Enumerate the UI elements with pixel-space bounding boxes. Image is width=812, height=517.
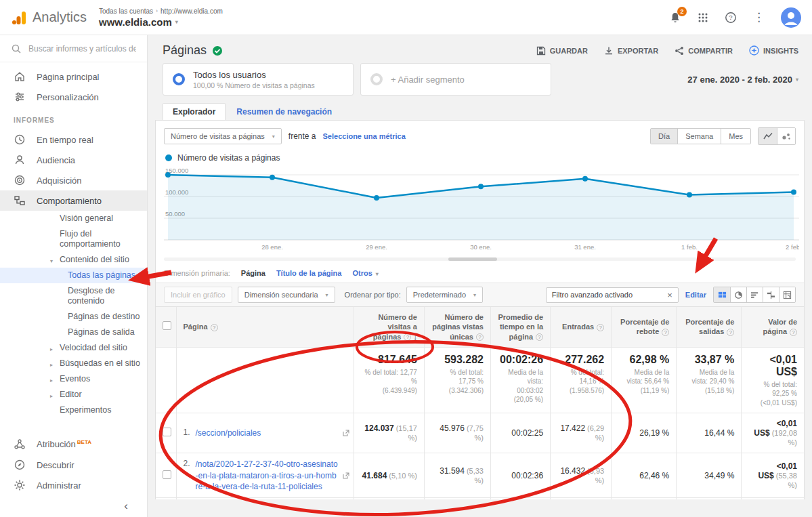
line-chart-toggle-button[interactable]	[758, 128, 777, 144]
notifications-button[interactable]: 2	[669, 12, 681, 24]
close-icon[interactable]: ×	[667, 291, 672, 299]
sidebar-item-flujo-comportamiento[interactable]: Flujo del comportamiento	[0, 226, 147, 252]
customization-icon	[14, 91, 26, 103]
sidebar-item-todas-las-paginas[interactable]: Todas las páginas	[0, 268, 147, 283]
column-header-pagina[interactable]: Página?	[176, 307, 354, 347]
page-link[interactable]: /nota/2020-1-27-2-37-40-otro-asesinato-e…	[196, 459, 339, 492]
help-icon: ?	[404, 333, 411, 341]
person-icon	[14, 154, 26, 166]
save-icon	[536, 46, 546, 56]
edit-filter-link[interactable]: Editar	[685, 291, 706, 299]
column-header-exit[interactable]: Porcentaje de salidas?	[677, 307, 742, 347]
granularity-toggle: Día Semana Mes	[650, 128, 751, 144]
insights-button[interactable]: INSIGHTS	[749, 45, 798, 56]
sidebar-item-eventos[interactable]: ▸ Eventos	[0, 371, 147, 387]
column-header-bounce[interactable]: Porcentaje de rebote?	[612, 307, 677, 347]
sidebar-item-paginas-destino[interactable]: Páginas de destino	[0, 309, 147, 325]
segment-all-users[interactable]: Todos los usuarios 100,00 % Número de vi…	[163, 63, 354, 96]
vs-label: frente a	[289, 131, 316, 141]
sidebar-item-acquisition[interactable]: Adquisición	[0, 170, 147, 190]
column-header-time[interactable]: Promedio de tiempo en la página?	[490, 307, 550, 347]
open-in-new-icon[interactable]	[343, 472, 349, 479]
motion-chart-toggle-button[interactable]	[777, 128, 795, 144]
table-row: 3./nota/2020-1-30-10-45-0-otro-robo-sang…	[156, 497, 804, 499]
report-panel: Número de visitas a páginas ▾ frente a S…	[155, 120, 805, 499]
row-checkbox[interactable]	[163, 428, 171, 436]
help-icon: ?	[211, 324, 218, 331]
insights-icon	[749, 45, 759, 56]
breadcrumb[interactable]: Todas las cuentas › http://www.eldia.com	[99, 7, 223, 15]
pivot-icon	[783, 291, 792, 299]
share-button[interactable]: COMPARTIR	[675, 46, 733, 56]
sort-type-selector[interactable]: Predeterminado ▾	[406, 287, 483, 303]
sidebar-item-attribution[interactable]: AtribuciónBETA	[0, 434, 147, 455]
breadcrumb-account: Todas las cuentas	[99, 7, 153, 15]
sidebar-item-realtime[interactable]: En tiempo real	[0, 129, 147, 150]
select-all-checkbox[interactable]	[163, 321, 171, 330]
sidebar-search[interactable]: Buscar informes y artículos de	[0, 35, 147, 62]
data-view-button[interactable]	[714, 287, 730, 302]
tab-resumen-navegacion[interactable]: Resumen de navegación	[226, 104, 343, 120]
granularity-week-button[interactable]: Semana	[677, 129, 721, 144]
sidebar-item-desglose-contenido[interactable]: Desglose de contenido	[0, 283, 147, 309]
search-icon	[11, 43, 22, 54]
help-button[interactable]: ?	[725, 12, 737, 24]
sidebar-item-contenido-sitio[interactable]: ▾ Contenido del sitio	[0, 252, 147, 268]
property-selector[interactable]: www.eldia.com ▾	[99, 16, 223, 28]
performance-view-button[interactable]	[746, 287, 763, 302]
sidebar-item-paginas-salida[interactable]: Páginas de salida	[0, 325, 147, 340]
comparison-view-button[interactable]	[763, 287, 779, 302]
sidebar-item-velocidad-sitio[interactable]: ▸ Velocidad del sitio	[0, 340, 147, 356]
sidebar-item-customization[interactable]: Personalización	[0, 87, 147, 107]
overflow-menu-button[interactable]: ⋮	[753, 10, 765, 24]
sidebar-collapse-button[interactable]: ‹	[0, 495, 147, 517]
granularity-day-button[interactable]: Día	[651, 129, 677, 144]
chart-scrollbar-handle[interactable]	[448, 257, 497, 261]
sidebar-item-admin[interactable]: Administrar	[0, 475, 147, 495]
sidebar-item-editor[interactable]: ▸ Editor	[0, 387, 147, 402]
tab-explorador[interactable]: Explorador	[163, 103, 226, 120]
tree-expanded-icon: ▾	[50, 256, 53, 266]
help-icon: ?	[476, 333, 484, 341]
dimension-titulo-pagina[interactable]: Título de la página	[276, 269, 342, 277]
chart-scrollbar[interactable]	[164, 257, 796, 261]
informes-section-label: INFORMES	[0, 107, 147, 129]
plot-rows-button[interactable]: Incluir en gráfico	[164, 287, 232, 303]
sidebar-item-discover[interactable]: Descubrir	[0, 455, 147, 475]
secondary-dimension-button[interactable]: Dimensión secundaria ▾	[238, 287, 335, 303]
column-header-value[interactable]: Valor de página?	[742, 307, 804, 347]
account-avatar[interactable]	[781, 7, 801, 28]
dimension-otros[interactable]: Otros▾	[352, 269, 378, 277]
totals-row: 817.645% del total: 12,77 % (6.439.949) …	[156, 347, 804, 413]
apps-grid-button[interactable]	[698, 12, 708, 23]
save-button[interactable]: GUARDAR	[536, 46, 588, 56]
svg-text:?: ?	[729, 14, 732, 21]
sidebar-item-home[interactable]: Página principal	[0, 66, 147, 87]
analytics-home-link[interactable]: Analytics	[11, 9, 96, 26]
page-title: Páginas	[163, 43, 207, 58]
dimension-pagina[interactable]: Página	[241, 269, 265, 277]
page-link[interactable]: /seccion/policiales	[196, 428, 339, 438]
date-range-selector[interactable]: 27 ene. 2020 - 2 feb. 2020 ▾	[687, 75, 798, 85]
granularity-month-button[interactable]: Mes	[721, 129, 750, 144]
open-in-new-icon[interactable]	[343, 430, 349, 436]
sidebar-item-busquedas-sitio[interactable]: ▸ Búsquedas en el sitio	[0, 356, 147, 371]
column-header-pageviews[interactable]: Número de visitas a páginas?↓	[354, 307, 424, 347]
verified-check-icon	[212, 45, 223, 56]
pivot-view-button[interactable]	[779, 287, 795, 302]
metric-selector[interactable]: Número de visitas a páginas ▾	[164, 128, 282, 144]
sidebar-item-audience[interactable]: Audiencia	[0, 150, 147, 170]
sidebar-item-vision-general[interactable]: Visión general	[0, 211, 147, 226]
sidebar-item-behavior[interactable]: Comportamiento	[0, 190, 147, 211]
tree-collapsed-icon: ▸	[50, 360, 53, 370]
sidebar-item-experimentos[interactable]: Experimentos	[0, 402, 147, 418]
row-checkbox[interactable]	[163, 470, 171, 479]
sidebar: Buscar informes y artículos de Página pr…	[0, 35, 148, 517]
export-button[interactable]: EXPORTAR	[604, 46, 658, 56]
percentage-view-button[interactable]	[730, 287, 746, 302]
column-header-unique[interactable]: Número de páginas vistas únicas?	[424, 307, 490, 347]
flowchart-icon	[14, 194, 26, 207]
add-segment-button[interactable]: + Añadir segmento	[360, 63, 551, 96]
select-metric-link[interactable]: Seleccione una métrica	[323, 132, 406, 140]
column-header-entries[interactable]: Entradas?	[551, 307, 612, 347]
